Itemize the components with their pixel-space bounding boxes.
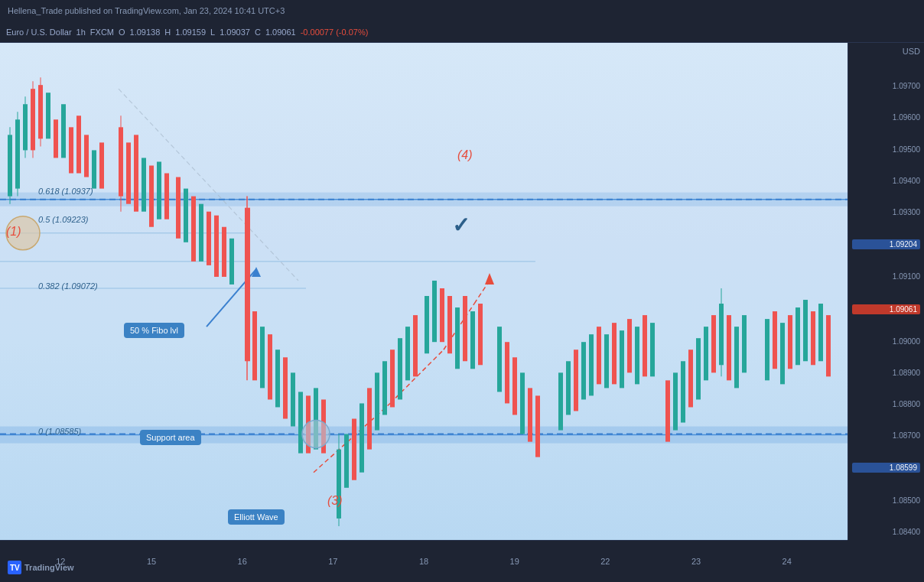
open-value: 1.09138: [130, 28, 161, 37]
price-level-8: 1.08900: [852, 369, 920, 377]
svg-rect-93: [589, 334, 594, 395]
svg-rect-121: [818, 304, 823, 361]
svg-rect-84: [505, 342, 509, 403]
svg-rect-47: [207, 212, 211, 265]
svg-rect-86: [520, 372, 525, 434]
svg-rect-89: [558, 372, 563, 430]
svg-rect-38: [134, 135, 138, 211]
svg-rect-104: [681, 361, 685, 422]
svg-rect-68: [367, 388, 372, 449]
svg-rect-102: [665, 380, 670, 441]
price-level-1: 1.09700: [852, 82, 920, 90]
svg-rect-77: [440, 288, 444, 342]
svg-rect-96: [612, 323, 617, 384]
svg-rect-30: [69, 127, 73, 173]
usd-currency-label: USD: [852, 47, 920, 56]
fibo-0-label: 0 (1.08585): [38, 427, 81, 436]
svg-rect-79: [455, 307, 460, 369]
time-label-16: 16: [197, 557, 288, 566]
svg-rect-69: [375, 372, 379, 430]
svg-rect-122: [826, 315, 831, 376]
price-level-highlight-2: 1.08599: [852, 463, 920, 473]
svg-rect-82: [478, 304, 483, 365]
price-level-6: 1.09100: [852, 272, 920, 281]
svg-rect-85: [512, 357, 517, 415]
fibo-618-label: 0.618 (1.0937): [38, 187, 93, 196]
price-level-4: 1.09400: [852, 177, 920, 185]
low-value: 1.09037: [220, 28, 250, 37]
elliott-wave-annotation: Elliott Wave: [228, 509, 285, 525]
time-label-17: 17: [288, 557, 379, 566]
fibo-50-annotation: 50 % Fibo lvl: [124, 323, 184, 338]
time-label-22: 22: [560, 557, 651, 566]
svg-rect-32: [84, 135, 89, 177]
svg-rect-58: [291, 372, 295, 426]
symbol-label: Euro / U.S. Dollar: [6, 28, 72, 37]
svg-rect-83: [497, 327, 502, 392]
svg-rect-31: [76, 115, 81, 173]
svg-rect-33: [92, 150, 96, 188]
svg-rect-91: [574, 350, 578, 411]
svg-rect-100: [643, 315, 647, 376]
svg-rect-67: [360, 403, 364, 472]
svg-rect-107: [704, 327, 708, 380]
svg-rect-48: [214, 216, 219, 277]
wave-4-label: (4): [457, 148, 473, 162]
price-axis: USD 1.09700 1.09600 1.09500 1.09400 1.09…: [848, 43, 924, 540]
time-label-19: 19: [469, 557, 560, 566]
svg-rect-116: [780, 323, 785, 384]
svg-rect-87: [528, 388, 532, 441]
svg-rect-39: [142, 158, 146, 211]
svg-rect-106: [696, 338, 701, 399]
svg-rect-65: [344, 434, 349, 488]
svg-rect-40: [149, 165, 154, 226]
chart-area: ⚡ (1) 0.618 (1.0937) 0.5 (1.09223) 0.382…: [0, 43, 848, 540]
price-level-3: 1.09500: [852, 145, 920, 154]
svg-rect-55: [268, 334, 272, 399]
svg-rect-92: [581, 342, 586, 399]
svg-rect-112: [734, 327, 739, 388]
svg-rect-34: [99, 142, 104, 188]
time-label-18: 18: [379, 557, 470, 566]
svg-rect-114: [765, 319, 769, 380]
wave-1-label: (1): [6, 225, 21, 239]
svg-rect-71: [390, 350, 395, 407]
svg-rect-78: [447, 296, 452, 353]
svg-rect-56: [275, 350, 280, 407]
svg-rect-44: [184, 189, 188, 242]
svg-rect-118: [795, 307, 800, 365]
svg-rect-105: [688, 350, 693, 407]
fibo-5-label: 0.5 (1.09223): [38, 215, 88, 224]
price-level-10: 1.08700: [852, 431, 920, 440]
price-level-current: 1.09061: [852, 304, 920, 314]
svg-rect-80: [463, 296, 467, 361]
svg-rect-95: [604, 334, 609, 388]
svg-rect-42: [164, 174, 169, 219]
svg-rect-73: [405, 327, 410, 380]
svg-rect-50: [229, 239, 234, 284]
high-label: H: [164, 28, 171, 37]
svg-rect-103: [673, 372, 678, 430]
price-change: -0.00077 (-0.07%): [301, 28, 369, 37]
svg-rect-101: [650, 323, 655, 376]
wave-3-label: (3): [327, 494, 343, 508]
svg-rect-108: [711, 315, 716, 372]
svg-rect-46: [199, 204, 203, 262]
close-label: C: [255, 28, 261, 37]
svg-rect-59: [298, 392, 303, 453]
chart-svg: ⚡: [0, 43, 848, 540]
svg-rect-43: [176, 177, 181, 239]
time-label-23: 23: [651, 557, 742, 566]
svg-point-123: [302, 421, 330, 448]
checkmark-icon: ✓: [452, 213, 470, 238]
svg-rect-76: [432, 281, 437, 342]
svg-rect-113: [742, 315, 747, 372]
price-level-7: 1.09000: [852, 337, 920, 346]
svg-text:TV: TV: [10, 564, 20, 572]
tradingview-logo: TV TradingView: [8, 561, 74, 574]
svg-rect-66: [352, 419, 356, 480]
svg-rect-94: [597, 327, 601, 384]
svg-rect-27: [46, 93, 50, 138]
svg-rect-54: [260, 327, 265, 388]
svg-rect-75: [425, 296, 429, 353]
